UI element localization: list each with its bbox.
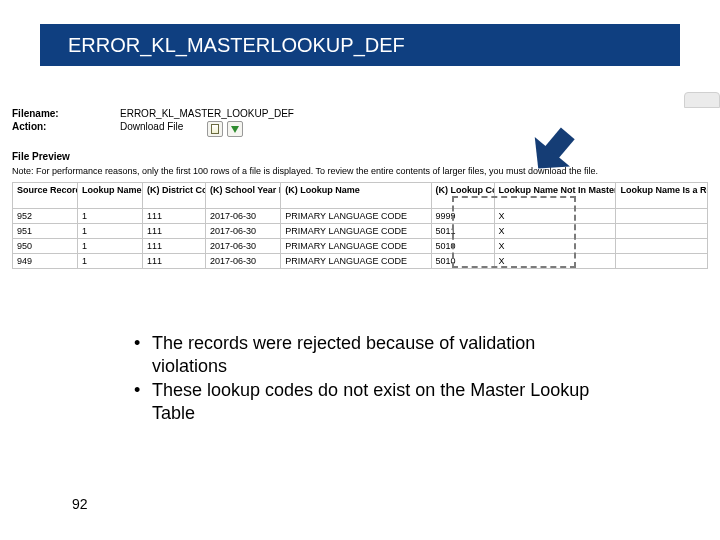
table-cell: 949 [13,254,78,269]
filename-row: Filename: ERROR_KL_MASTER_LOOKUP_DEF [12,108,708,119]
slide-title-bar: ERROR_KL_MASTERLOOKUP_DEF [40,24,680,66]
table-cell: PRIMARY LANGUAGE CODE [281,254,431,269]
table-cell: 5010 [431,254,494,269]
col-header: Lookup Name Not In Master Lookup Def Tab… [494,183,616,209]
col-header: Lookup Name Error Count [78,183,143,209]
table-row: 95111112017-06-30PRIMARY LANGUAGE CODE50… [13,224,708,239]
table-cell: 1 [78,239,143,254]
table-cell: 950 [13,239,78,254]
col-header: (K) District Code [143,183,206,209]
explanation-bullets: •The records were rejected because of va… [134,330,600,426]
col-header: Source Record Number [13,183,78,209]
col-header: (K) Lookup Code [431,183,494,209]
bullet-dot-icon: • [134,379,152,424]
table-cell [616,239,708,254]
col-header: Lookup Name Is a Reserved [616,183,708,209]
bullet-dot-icon: • [134,332,152,377]
table-row: 95011112017-06-30PRIMARY LANGUAGE CODE50… [13,239,708,254]
page-title: ERROR_KL_MASTERLOOKUP_DEF [68,34,405,57]
file-preview-panel: Filename: ERROR_KL_MASTER_LOOKUP_DEF Act… [0,106,720,269]
bullet-item: •These lookup codes do not exist on the … [134,379,600,424]
table-cell: X [494,239,616,254]
file-preview-note: Note: For performance reasons, only the … [12,166,708,176]
download-icon[interactable] [227,121,243,137]
table-cell: PRIMARY LANGUAGE CODE [281,224,431,239]
table-cell: 111 [143,224,206,239]
table-cell: 111 [143,209,206,224]
table-cell: PRIMARY LANGUAGE CODE [281,239,431,254]
table-cell: 9999 [431,209,494,224]
bullet-item: •The records were rejected because of va… [134,332,600,377]
table-cell: 1 [78,224,143,239]
table-cell: 5011 [431,224,494,239]
table-cell: 2017-06-30 [206,254,281,269]
action-row: Action: Download File [12,121,708,137]
table-cell: 2017-06-30 [206,209,281,224]
table-cell: 2017-06-30 [206,239,281,254]
file-preview-heading: File Preview [12,151,708,162]
table-cell: 111 [143,254,206,269]
action-value: Download File [120,121,183,137]
table-cell: 2017-06-30 [206,224,281,239]
table-cell [616,224,708,239]
table-cell: X [494,224,616,239]
table-cell: 1 [78,254,143,269]
table-cell: 1 [78,209,143,224]
col-header: (K) Lookup Name [281,183,431,209]
table-cell: X [494,209,616,224]
bullet-text: The records were rejected because of val… [152,332,600,377]
preview-table: Source Record NumberLookup Name Error Co… [12,182,708,269]
table-cell: 952 [13,209,78,224]
table-cell: 951 [13,224,78,239]
table-cell [616,254,708,269]
open-file-icon[interactable] [207,121,223,137]
action-label: Action: [12,121,120,137]
table-row: 95211112017-06-30PRIMARY LANGUAGE CODE99… [13,209,708,224]
table-cell: PRIMARY LANGUAGE CODE [281,209,431,224]
table-row: 94911112017-06-30PRIMARY LANGUAGE CODE50… [13,254,708,269]
col-header: (K) School Year Date [206,183,281,209]
table-cell: 111 [143,239,206,254]
table-cell [616,209,708,224]
filename-value: ERROR_KL_MASTER_LOOKUP_DEF [120,108,294,119]
bullet-text: These lookup codes do not exist on the M… [152,379,600,424]
filename-label: Filename: [12,108,120,119]
slide-number: 92 [72,496,88,512]
table-cell: X [494,254,616,269]
table-cell: 5010 [431,239,494,254]
